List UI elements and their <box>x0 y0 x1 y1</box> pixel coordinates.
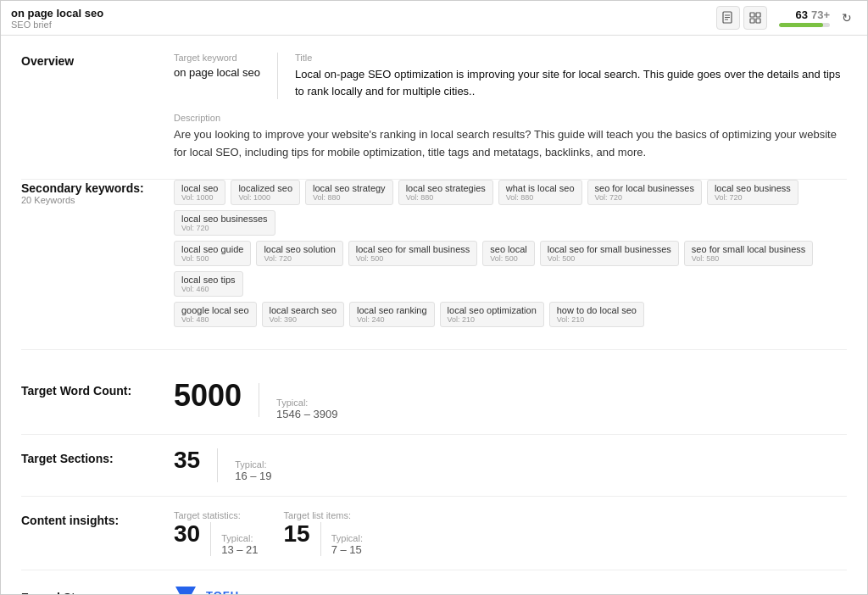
keyword-tag[interactable]: local seo optimizationVol: 210 <box>440 302 544 327</box>
keyword-tag-name: google local seo <box>181 305 249 315</box>
keyword-tag-vol: Vol: 240 <box>357 315 385 324</box>
refresh-button[interactable]: ↻ <box>837 8 857 28</box>
keyword-tag[interactable]: seo for small local businessVol: 580 <box>684 241 814 266</box>
keyword-tag[interactable]: local seo for small businessVol: 500 <box>348 241 478 266</box>
title-bar-left: on page local seo SEO brief <box>11 7 103 30</box>
content-insights-section: Content insights: Target statistics: 30 … <box>21 497 847 570</box>
svg-rect-5 <box>756 13 760 17</box>
keyword-tag[interactable]: local seo guideVol: 500 <box>174 241 251 266</box>
keyword-tag-name: seo for small local business <box>692 244 806 254</box>
list-typical-range: 7 – 15 <box>331 543 363 556</box>
keyword-tag[interactable]: how to do local seoVol: 210 <box>549 302 644 327</box>
keyword-tag[interactable]: local seo strategyVol: 880 <box>305 180 393 205</box>
sections-typical: Typical: 16 – 19 <box>235 459 271 482</box>
list-block: Target list items: 15 Typical: 7 – 15 <box>284 510 363 556</box>
view-icon-btn-1[interactable] <box>716 6 740 30</box>
insights-label: Content insights: <box>21 510 157 527</box>
keyword-tag-vol: Vol: 880 <box>313 193 341 202</box>
list-typical-label: Typical: <box>331 533 363 543</box>
svg-rect-4 <box>750 13 754 17</box>
list-values: 15 Typical: 7 – 15 <box>284 522 363 556</box>
secondary-keywords-section: Secondary keywords: 20 Keywords local se… <box>21 180 847 350</box>
keyword-tag-name: seo local <box>490 244 526 254</box>
keyword-tag[interactable]: local seo businessVol: 720 <box>707 180 798 205</box>
keyword-tag-name: local seo solution <box>264 244 335 254</box>
keywords-sublabel: 20 Keywords <box>21 195 157 205</box>
keyword-tag[interactable]: local seo rankingVol: 240 <box>349 302 435 327</box>
stats-label: Target statistics: <box>174 510 259 520</box>
keyword-tag-name: local seo for small business <box>356 244 470 254</box>
sections-typical-range: 16 – 19 <box>235 470 271 482</box>
word-count-typical-range: 1546 – 3909 <box>276 408 337 420</box>
list-typical: Typical: 7 – 15 <box>331 533 363 556</box>
keyword-tag[interactable]: local seoVol: 1000 <box>174 180 225 205</box>
funnel-content: TOFU <box>174 584 239 594</box>
keyword-tag[interactable]: what is local seoVol: 880 <box>498 180 582 205</box>
word-count-value: 5000 <box>174 381 242 411</box>
title-bar: on page local seo SEO brief <box>1 1 867 36</box>
keyword-tag[interactable]: google local seoVol: 480 <box>174 302 257 327</box>
stats-typical-range: 13 – 21 <box>221 543 258 556</box>
keyword-tag-name: seo for local businesses <box>595 183 694 193</box>
keyword-tag-vol: Vol: 210 <box>448 315 476 324</box>
word-count-label: Target Word Count: <box>21 381 157 398</box>
view-icon-btn-2[interactable] <box>743 6 767 30</box>
keyword-tag-vol: Vol: 880 <box>406 193 434 202</box>
keyword-tag[interactable]: localized seoVol: 1000 <box>231 180 300 205</box>
keyword-tag-name: local seo <box>181 183 218 193</box>
word-count-typical-label: Typical: <box>276 398 337 408</box>
keyword-tag[interactable]: local seo tipsVol: 460 <box>174 271 243 297</box>
keyword-tag-name: local seo guide <box>181 244 243 254</box>
document-title: on page local seo <box>11 7 103 19</box>
keyword-tag-vol: Vol: 500 <box>181 254 209 263</box>
keyword-tag-vol: Vol: 500 <box>490 254 518 263</box>
keyword-tag-vol: Vol: 720 <box>181 224 209 232</box>
keyword-tag-name: how to do local seo <box>557 305 637 315</box>
score-target: 73+ <box>811 8 830 21</box>
keyword-tag-vol: Vol: 460 <box>181 285 209 293</box>
main-content: Overview Target keyword on page local se… <box>1 36 867 594</box>
keyword-tag-vol: Vol: 720 <box>595 193 623 202</box>
keyword-tag-vol: Vol: 1000 <box>238 193 270 202</box>
keyword-tag[interactable]: seo localVol: 500 <box>482 241 534 266</box>
keyword-tag-name: local seo strategy <box>313 183 386 193</box>
funnel-triangle <box>175 587 196 594</box>
score-bar <box>779 23 830 27</box>
funnel-label: Funnel Stage: <box>21 587 157 594</box>
keyword-tag-name: local seo business <box>715 183 791 193</box>
target-keyword-value: on page local seo <box>174 66 260 79</box>
title-label: Title <box>295 53 847 63</box>
keywords-row: local seoVol: 1000localized seoVol: 1000… <box>174 180 847 236</box>
list-label: Target list items: <box>284 510 363 520</box>
keyword-tag-name: local search seo <box>270 305 337 315</box>
sections-values: 35 Typical: 16 – 19 <box>174 448 272 482</box>
keywords-label-col: Secondary keywords: 20 Keywords <box>21 180 157 205</box>
target-keyword-block: Target keyword on page local seo <box>174 53 278 99</box>
description-text: Are you looking to improve your website'… <box>174 126 847 162</box>
list-value: 15 <box>284 522 310 546</box>
app-window: on page local seo SEO brief <box>0 0 868 595</box>
score-numbers: 63 73+ <box>795 8 830 21</box>
keyword-tag-vol: Vol: 1000 <box>181 193 214 202</box>
stats-typical: Typical: 13 – 21 <box>221 533 258 556</box>
overview-content: Target keyword on page local seo Title L… <box>174 53 847 162</box>
keyword-tag-name: local seo businesses <box>181 214 268 224</box>
divider <box>259 383 259 417</box>
score-current: 63 <box>795 8 807 21</box>
score-icons <box>716 6 767 30</box>
keyword-tag-name: local seo optimization <box>448 305 537 315</box>
keyword-tag[interactable]: local seo businessesVol: 720 <box>174 210 275 236</box>
keyword-tag[interactable]: local seo solutionVol: 720 <box>256 241 342 266</box>
svg-rect-7 <box>756 19 760 23</box>
keyword-tag[interactable]: seo for local businessesVol: 720 <box>587 180 702 205</box>
title-text: Local on-page SEO optimization is improv… <box>295 66 847 99</box>
keyword-tag-vol: Vol: 880 <box>506 193 534 202</box>
stats-value: 30 <box>174 522 200 546</box>
divider <box>217 448 218 482</box>
keyword-tag-vol: Vol: 500 <box>548 254 576 263</box>
keyword-tag-name: local seo tips <box>181 275 236 285</box>
funnel-stage-section: Funnel Stage: TOFU <box>21 570 847 594</box>
keyword-tag[interactable]: local seo strategiesVol: 880 <box>398 180 493 205</box>
keyword-tag[interactable]: local seo for small businessesVol: 500 <box>540 241 679 266</box>
keyword-tag[interactable]: local search seoVol: 390 <box>262 302 345 327</box>
